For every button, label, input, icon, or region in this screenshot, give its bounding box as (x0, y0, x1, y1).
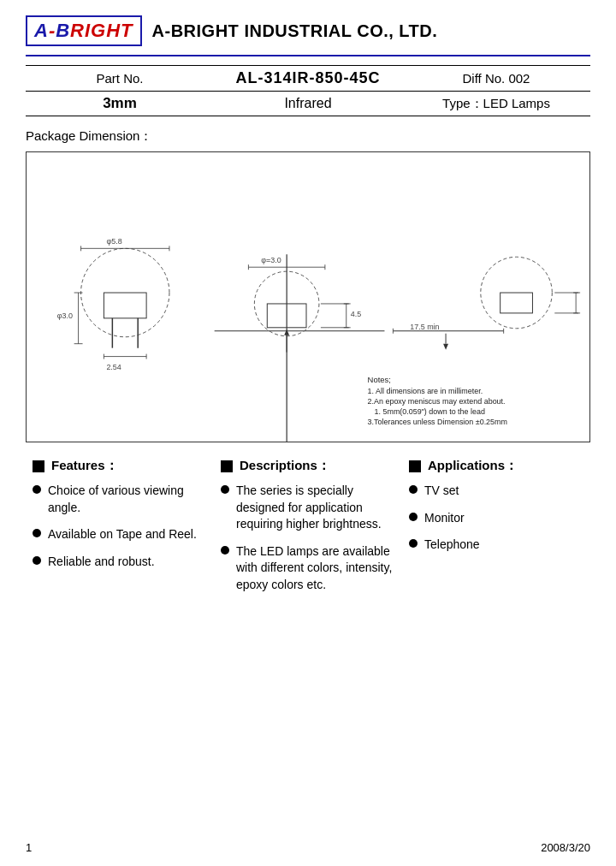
features-grid: Features： Choice of various viewing angl… (26, 454, 590, 608)
svg-text:3.Tolerances unless Dimension : 3.Tolerances unless Dimension ±0.25mm (368, 418, 507, 426)
package-title: Package Dimension： (26, 128, 590, 145)
logo-text: A-BRIGHT (34, 20, 133, 42)
features-header-label: Features： (51, 458, 118, 474)
feature-bullet-1 (33, 485, 41, 494)
svg-text:φ=3.0: φ=3.0 (261, 256, 281, 264)
feature-item-2: Available on Tape and Reel. (33, 526, 207, 543)
desc-bullet-2 (221, 546, 229, 555)
svg-text:1. 5mm(0.059") down to the lea: 1. 5mm(0.059") down to the lead (375, 407, 485, 416)
applications-header-label: Applications： (428, 458, 518, 474)
part-info-table: Part No. AL-314IR-850-45C Diff No. 002 3… (26, 65, 590, 116)
desc-bullet-1 (221, 485, 229, 494)
feature-item-1: Choice of various viewing angle. (33, 483, 207, 516)
part-row-1: Part No. AL-314IR-850-45C Diff No. 002 (26, 66, 590, 91)
desc-text-1: The series is specially designed for app… (236, 483, 395, 533)
infrared-label: Infrared (214, 96, 402, 111)
descriptions-header: Descriptions： (221, 458, 395, 474)
feature-text-1: Choice of various viewing angle. (48, 483, 207, 516)
applications-col: Applications： TV set Monitor Telephone (402, 454, 590, 608)
applications-header-icon (409, 460, 421, 472)
package-section: Package Dimension： φ3.0 (26, 128, 590, 442)
date: 2008/3/20 (541, 841, 590, 854)
svg-text:17.5 min: 17.5 min (410, 323, 439, 331)
svg-text:2.54: 2.54 (106, 363, 121, 371)
svg-text:2.An epoxy meniscus may extend: 2.An epoxy meniscus may extend about. (368, 397, 506, 406)
feature-item-3: Reliable and robust. (33, 554, 207, 571)
footer: 1 2008/3/20 (0, 841, 616, 854)
size-label: 3mm (26, 95, 214, 112)
applications-header: Applications： (409, 458, 583, 474)
features-header: Features： (33, 458, 207, 474)
page-number: 1 (26, 841, 32, 854)
descriptions-col: Descriptions： The series is specially de… (214, 454, 402, 608)
desc-text-2: The LED lamps are available with differe… (236, 543, 395, 594)
part-no-value: AL-314IR-850-45C (214, 69, 402, 87)
diff-no: Diff No. 002 (402, 71, 590, 86)
technical-diagram: φ3.0 2.54 φ5.8 4.5 φ=3.0 (27, 152, 589, 442)
app-bullet-1 (409, 485, 418, 494)
svg-text:1. All dimensions are in milli: 1. All dimensions are in millimeter. (368, 387, 483, 395)
diagram-box: φ3.0 2.54 φ5.8 4.5 φ=3.0 (26, 151, 590, 442)
desc-item-1: The series is specially designed for app… (221, 483, 395, 533)
descriptions-header-label: Descriptions： (240, 458, 330, 474)
feature-bullet-2 (33, 529, 41, 537)
feature-bullet-3 (33, 556, 41, 565)
app-item-3: Telephone (409, 537, 583, 554)
logo-box: A-BRIGHT (26, 15, 142, 46)
app-bullet-3 (409, 539, 418, 548)
part-no-label: Part No. (26, 71, 214, 86)
type-label: Type：LED Lamps (402, 96, 590, 112)
svg-rect-1 (104, 293, 146, 318)
svg-text:Notes;: Notes; (368, 375, 391, 384)
svg-marker-43 (443, 344, 448, 350)
desc-item-2: The LED lamps are available with differe… (221, 543, 395, 594)
app-text-1: TV set (424, 483, 583, 500)
part-row-2: 3mm Infrared Type：LED Lamps (26, 91, 590, 116)
svg-rect-33 (500, 293, 533, 313)
features-col: Features： Choice of various viewing angl… (26, 454, 214, 608)
app-item-2: Monitor (409, 510, 583, 527)
app-item-1: TV set (409, 483, 583, 500)
svg-text:4.5: 4.5 (351, 310, 361, 318)
feature-text-3: Reliable and robust. (48, 554, 207, 571)
header-divider (26, 55, 590, 56)
svg-text:φ3.0: φ3.0 (57, 311, 73, 320)
features-header-icon (33, 460, 44, 472)
feature-text-2: Available on Tape and Reel. (48, 526, 207, 543)
app-text-2: Monitor (424, 510, 583, 527)
header: A-BRIGHT A-BRIGHT INDUSTRIAL CO., LTD. (0, 0, 616, 55)
company-name: A-BRIGHT INDUSTRIAL CO., LTD. (152, 21, 438, 41)
descriptions-header-icon (221, 460, 233, 472)
features-section: Features： Choice of various viewing angl… (26, 454, 590, 608)
svg-text:φ5.8: φ5.8 (106, 237, 121, 246)
app-text-3: Telephone (424, 537, 583, 554)
app-bullet-2 (409, 513, 418, 521)
svg-marker-31 (284, 329, 289, 335)
